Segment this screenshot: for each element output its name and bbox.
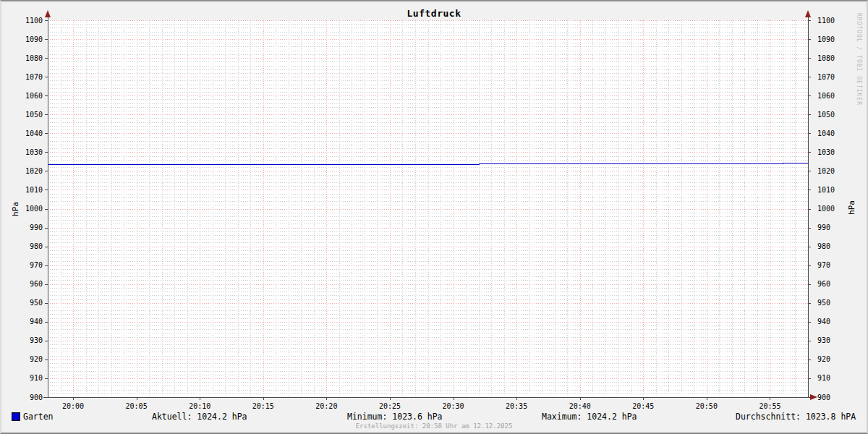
- legend-color-swatch-garten: [12, 412, 20, 421]
- svg-text:1070: 1070: [25, 73, 43, 81]
- y-axis-label-right: hPa: [847, 200, 856, 215]
- svg-text:20:10: 20:10: [189, 402, 210, 410]
- svg-text:1080: 1080: [25, 54, 43, 62]
- svg-text:20:00: 20:00: [62, 402, 84, 410]
- svg-text:1000: 1000: [25, 205, 43, 213]
- svg-text:950: 950: [817, 299, 830, 307]
- svg-text:1100: 1100: [25, 17, 43, 25]
- svg-text:940: 940: [30, 318, 43, 326]
- rrdtool-watermark: RRDTOOL / TOBI OETIKER: [856, 13, 862, 106]
- svg-text:980: 980: [817, 242, 830, 250]
- svg-text:1040: 1040: [817, 129, 835, 137]
- svg-text:1080: 1080: [817, 54, 835, 62]
- svg-text:1040: 1040: [25, 129, 43, 137]
- svg-text:1100: 1100: [817, 17, 835, 25]
- svg-text:960: 960: [817, 280, 830, 288]
- svg-text:900: 900: [817, 393, 830, 401]
- svg-text:990: 990: [817, 224, 830, 231]
- svg-text:1050: 1050: [25, 111, 43, 119]
- svg-text:1000: 1000: [817, 205, 835, 213]
- svg-text:1060: 1060: [25, 92, 43, 100]
- svg-text:960: 960: [30, 280, 43, 288]
- svg-text:1030: 1030: [817, 148, 835, 156]
- svg-text:1090: 1090: [817, 35, 835, 43]
- stat-durchschnitt: Durchschnitt: 1023.8 hPA: [736, 412, 856, 422]
- svg-text:20:20: 20:20: [315, 402, 337, 410]
- stat-aktuell: Aktuell: 1024.2 hPa: [152, 412, 247, 422]
- svg-text:970: 970: [30, 261, 43, 269]
- svg-text:1070: 1070: [817, 73, 835, 81]
- svg-text:910: 910: [30, 374, 43, 382]
- svg-text:950: 950: [30, 299, 43, 307]
- svg-text:910: 910: [817, 374, 830, 382]
- pressure-chart: 9009009109109209209309309409409509509609…: [1, 1, 867, 433]
- svg-text:20:25: 20:25: [379, 402, 401, 410]
- svg-text:1090: 1090: [25, 35, 43, 43]
- svg-text:20:50: 20:50: [696, 402, 718, 410]
- svg-text:20:40: 20:40: [569, 402, 591, 410]
- svg-text:1020: 1020: [817, 167, 835, 175]
- stat-minimum: Minimum: 1023.6 hPa: [347, 412, 443, 422]
- svg-text:920: 920: [30, 355, 43, 363]
- svg-text:20:55: 20:55: [759, 402, 780, 410]
- svg-text:970: 970: [817, 261, 830, 269]
- creation-timestamp: Erstellungszeit: 20:58 Uhr am 12.12.2025: [1, 422, 867, 430]
- svg-text:1060: 1060: [817, 92, 835, 100]
- stat-maximum: Maximum: 1024.2 hPa: [542, 412, 637, 422]
- svg-text:20:05: 20:05: [126, 402, 148, 410]
- svg-text:1010: 1010: [817, 186, 835, 194]
- legend-series-label: Garten: [23, 412, 54, 422]
- svg-text:990: 990: [30, 224, 43, 231]
- svg-text:20:35: 20:35: [506, 402, 527, 410]
- svg-text:930: 930: [817, 336, 830, 344]
- svg-text:980: 980: [30, 242, 43, 250]
- svg-text:940: 940: [817, 318, 830, 326]
- svg-text:20:15: 20:15: [252, 402, 274, 410]
- svg-text:900: 900: [30, 393, 43, 401]
- svg-text:1050: 1050: [817, 111, 835, 119]
- svg-text:930: 930: [30, 336, 43, 344]
- y-axis-label-left: hPa: [11, 202, 20, 216]
- svg-text:1010: 1010: [25, 186, 43, 194]
- svg-text:20:30: 20:30: [442, 402, 464, 410]
- svg-text:920: 920: [817, 355, 830, 363]
- svg-text:20:45: 20:45: [632, 402, 654, 410]
- svg-text:1030: 1030: [25, 148, 43, 156]
- svg-text:1020: 1020: [25, 167, 43, 175]
- rrdtool-graph: Luftdruck 900900910910920920930930940940…: [0, 0, 868, 434]
